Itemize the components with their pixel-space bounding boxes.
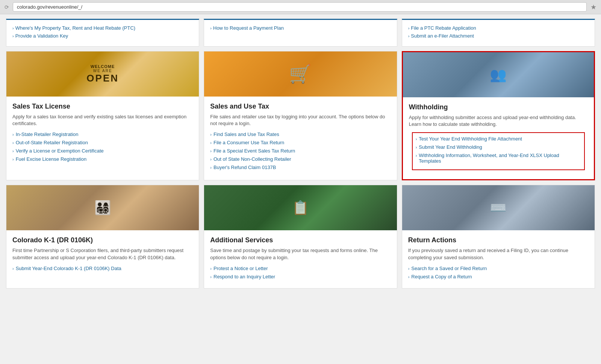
chevron-icon: › bbox=[12, 266, 14, 271]
chevron-icon: › bbox=[408, 266, 410, 271]
chevron-icon: › bbox=[210, 149, 212, 153]
list-item: › Where's My Property Tax, Rent and Heat… bbox=[12, 25, 193, 31]
browser-nav-icon: ⟳ bbox=[5, 4, 9, 10]
list-item: › Request a Copy of a Return bbox=[408, 274, 589, 279]
chevron-icon: › bbox=[210, 165, 212, 170]
link-verify-license[interactable]: › Verify a License or Exemption Certific… bbox=[12, 148, 193, 154]
card-body-sales-tax: Sales Tax License Apply for a sales tax … bbox=[6, 97, 199, 180]
link-consumer-use[interactable]: › File a Consumer Use Tax Return bbox=[210, 140, 391, 145]
cards-grid: WELCOME WE ARE OPEN Sales Tax License Ap… bbox=[6, 51, 595, 288]
card-desc-return: If you previously saved a return and rec… bbox=[408, 247, 589, 261]
link-noncollecting[interactable]: › Out of State Non-Collecting Retailer bbox=[210, 156, 391, 162]
card-title-return: Return Actions bbox=[408, 236, 589, 244]
link-instate-retailer[interactable]: › In-State Retailer Registration bbox=[12, 131, 193, 137]
card-image-people: 👨‍👩‍👧‍👦 bbox=[6, 185, 199, 230]
top-card-ptc-rebate: › File a PTC Rebate Application › Submit… bbox=[402, 19, 595, 47]
chevron-icon: › bbox=[408, 34, 410, 38]
card-title-sales-use: Sales and Use Tax bbox=[210, 103, 391, 110]
card-desc-sales-use: File sales and retailer use tax by loggi… bbox=[210, 113, 391, 127]
list-item: › File a PTC Rebate Application bbox=[408, 25, 589, 31]
card-image-tablet: 📋 bbox=[204, 185, 397, 230]
top-card-payment-links: › How to Request a Payment Plan bbox=[210, 25, 391, 31]
list-item: › Protest a Notice or Letter bbox=[210, 266, 391, 271]
link-validation-key[interactable]: › Provide a Validation Key bbox=[12, 33, 193, 39]
top-card-ptc-rebate-links: › File a PTC Rebate Application › Submit… bbox=[408, 25, 589, 39]
chevron-icon: › bbox=[210, 275, 212, 279]
card-body-sales-use: Sales and Use Tax File sales and retaile… bbox=[204, 97, 397, 180]
list-item: › Respond to an Inquiry Letter bbox=[210, 274, 391, 279]
chevron-icon: › bbox=[12, 157, 14, 162]
top-card-ptc-links: › Where's My Property Tax, Rent and Heat… bbox=[12, 25, 193, 39]
top-card-ptc: › Where's My Property Tax, Rent and Heat… bbox=[6, 19, 199, 47]
chevron-icon: › bbox=[210, 132, 212, 137]
link-efiler[interactable]: › Submit an e-Filer Attachment bbox=[408, 33, 589, 39]
link-payment-plan[interactable]: › How to Request a Payment Plan bbox=[210, 25, 391, 31]
card-return-actions: ⌨️ Return Actions If you previously save… bbox=[402, 185, 595, 288]
chevron-icon: › bbox=[210, 266, 212, 271]
list-item: › Search for a Saved or Filed Return bbox=[408, 266, 589, 271]
link-buyers-refund[interactable]: › Buyer's Refund Claim 0137B bbox=[210, 165, 391, 170]
url-bar[interactable]: colorado.gov/revenueonline/_/ bbox=[13, 2, 587, 12]
card-body-additional: Additional Services Save time and postag… bbox=[204, 230, 397, 288]
card-title-additional: Additional Services bbox=[210, 236, 391, 244]
list-item: › File a Special Event Sales Tax Return bbox=[210, 148, 391, 154]
link-search-return[interactable]: › Search for a Saved or Filed Return bbox=[408, 266, 589, 271]
card-image-keyboard: ⌨️ bbox=[402, 185, 595, 230]
card-additional-services: 📋 Additional Services Save time and post… bbox=[204, 185, 397, 288]
card-image-cart: 🛒 bbox=[204, 51, 397, 97]
link-fuel-excise[interactable]: › Fuel Excise License Registration bbox=[12, 156, 193, 162]
chevron-icon: › bbox=[210, 157, 212, 162]
chevron-icon: › bbox=[210, 26, 212, 30]
list-item: › Submit Year-End Colorado K-1 (DR 0106K… bbox=[12, 266, 193, 271]
card-image-open: WELCOME WE ARE OPEN bbox=[6, 51, 199, 97]
top-strip: › Where's My Property Tax, Rent and Heat… bbox=[6, 19, 595, 47]
card-withholding: 👥 Withholding Apply for withholding subm… bbox=[402, 51, 595, 180]
card-body-k1: Colorado K-1 (DR 0106K) First time Partn… bbox=[6, 230, 199, 288]
chevron-icon: › bbox=[416, 153, 417, 158]
link-test-withholding[interactable]: › Test Your Year End Withholding File At… bbox=[416, 136, 581, 142]
card-desc-withholding: Apply for withholding submitter access a… bbox=[409, 114, 588, 128]
chevron-icon: › bbox=[416, 137, 417, 141]
chevron-icon: › bbox=[12, 26, 14, 30]
chevron-icon: › bbox=[12, 132, 14, 137]
link-submit-k1[interactable]: › Submit Year-End Colorado K-1 (DR 0106K… bbox=[12, 266, 193, 271]
link-protest-notice[interactable]: › Protest a Notice or Letter bbox=[210, 266, 391, 271]
chevron-icon: › bbox=[12, 34, 14, 38]
link-submit-withholding[interactable]: › Submit Year End Withholding bbox=[416, 144, 581, 150]
chevron-icon: › bbox=[416, 145, 417, 150]
link-request-copy[interactable]: › Request a Copy of a Return bbox=[408, 274, 589, 279]
card-image-office: 👥 bbox=[403, 52, 594, 97]
chevron-icon: › bbox=[12, 140, 14, 145]
browser-bar: ⟳ colorado.gov/revenueonline/_/ ★ bbox=[0, 0, 601, 14]
link-property-tax[interactable]: › Where's My Property Tax, Rent and Heat… bbox=[12, 25, 193, 31]
link-withholding-info[interactable]: › Withholding Information, Worksheet, an… bbox=[416, 153, 581, 164]
list-item: › Test Your Year End Withholding File At… bbox=[416, 136, 581, 142]
card-title-withholding: Withholding bbox=[409, 103, 588, 111]
card-colorado-k1: 👨‍👩‍👧‍👦 Colorado K-1 (DR 0106K) First ti… bbox=[6, 185, 199, 288]
card-links-sales-use: › Find Sales and Use Tax Rates › File a … bbox=[210, 131, 391, 170]
list-item: › Buyer's Refund Claim 0137B bbox=[210, 165, 391, 170]
card-title-sales-tax: Sales Tax License bbox=[12, 103, 193, 110]
list-item: › Provide a Validation Key bbox=[12, 33, 193, 39]
chevron-icon: › bbox=[210, 140, 212, 145]
bookmark-icon[interactable]: ★ bbox=[590, 3, 596, 11]
chevron-icon: › bbox=[408, 275, 410, 279]
list-item: › File a Consumer Use Tax Return bbox=[210, 140, 391, 145]
link-respond-inquiry[interactable]: › Respond to an Inquiry Letter bbox=[210, 274, 391, 279]
link-special-event[interactable]: › File a Special Event Sales Tax Return bbox=[210, 148, 391, 154]
card-links-withholding: › Test Your Year End Withholding File At… bbox=[416, 136, 581, 164]
card-sales-tax-license: WELCOME WE ARE OPEN Sales Tax License Ap… bbox=[6, 51, 199, 180]
list-item: › Verify a License or Exemption Certific… bbox=[12, 148, 193, 154]
list-item: › Fuel Excise License Registration bbox=[12, 156, 193, 162]
top-card-payment: › How to Request a Payment Plan bbox=[204, 19, 397, 47]
link-outofstate-retailer[interactable]: › Out-of-State Retailer Registration bbox=[12, 140, 193, 145]
list-item: › Find Sales and Use Tax Rates bbox=[210, 131, 391, 137]
link-find-rates[interactable]: › Find Sales and Use Tax Rates bbox=[210, 131, 391, 137]
card-sales-use-tax: 🛒 Sales and Use Tax File sales and retai… bbox=[204, 51, 397, 180]
list-item: › Withholding Information, Worksheet, an… bbox=[416, 153, 581, 164]
link-ptc-rebate[interactable]: › File a PTC Rebate Application bbox=[408, 25, 589, 31]
chevron-icon: › bbox=[12, 149, 14, 153]
list-item: › Out of State Non-Collecting Retailer bbox=[210, 156, 391, 162]
highlighted-links-box: › Test Your Year End Withholding File At… bbox=[412, 132, 585, 170]
chevron-icon: › bbox=[408, 26, 410, 30]
